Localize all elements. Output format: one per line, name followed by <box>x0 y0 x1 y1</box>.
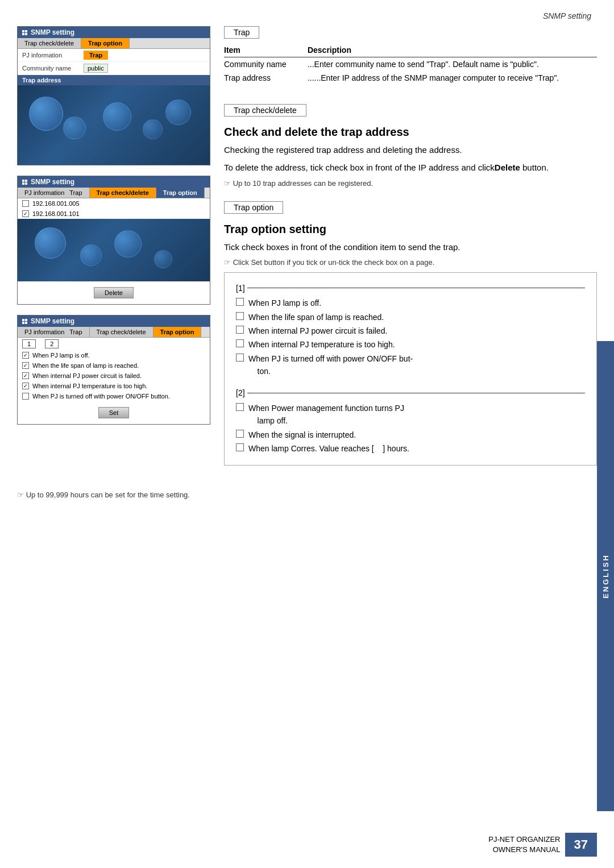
option-chk-4[interactable] <box>236 339 244 347</box>
snmp-panel-1-title: SNMP setting <box>31 28 74 36</box>
table-row-trapaddr: Trap address ......Enter IP address of t… <box>224 71 597 85</box>
option-chk-7[interactable] <box>236 430 244 438</box>
ip2-checkbox[interactable] <box>22 210 29 217</box>
section-option-title: Trap option setting <box>224 223 597 236</box>
cb1-check[interactable] <box>22 352 29 359</box>
trap-info-table: Item Description Community name ...Enter… <box>224 44 597 85</box>
set-button[interactable]: Set <box>98 407 130 418</box>
cb3-row: When internal PJ power circuit is failed… <box>18 371 210 381</box>
snmp-visual-1 <box>18 85 210 165</box>
body2-text: To delete the address, tick check box in… <box>224 163 495 172</box>
option-label-5: When PJ is turned off with power ON/OFF … <box>248 352 413 378</box>
option-label-3: When internal PJ power circuit is failed… <box>248 325 387 337</box>
group2-label: [2] <box>236 387 245 399</box>
left-column: SNMP setting Trap check/delete Trap opti… <box>17 26 210 479</box>
tab-trap-check-delete-1[interactable]: Trap check/delete <box>18 38 81 48</box>
page: SNMP setting SNMP setting Trap check/del… <box>0 0 614 868</box>
snmp-visual-2 <box>18 219 210 281</box>
lang-tab-wrapper: ENGLISH <box>597 341 614 811</box>
section-check-body1: Checking the registered trap address and… <box>224 143 597 156</box>
lang-tab-text: ENGLISH <box>601 554 610 599</box>
tab-trap-option-3[interactable]: Trap option <box>154 327 202 337</box>
group2: [2] When Power management function turns… <box>236 387 585 455</box>
num-1: 1 <box>22 339 36 348</box>
table-row-community: Community name ...Enter community name t… <box>224 57 597 72</box>
cb5-check[interactable] <box>22 393 29 400</box>
page-header-text: SNMP setting <box>543 11 591 20</box>
section-check-delete: Trap check/delete Check and delete the t… <box>224 104 597 188</box>
grid-icon-3 <box>22 319 27 324</box>
snmp-row-pj-info: PJ information Trap <box>18 49 210 62</box>
community-desc: ...Enter community name to send "Trap". … <box>308 57 597 72</box>
section-option-label: Trap option <box>224 201 283 214</box>
option-label-6: When Power management function turns PJ … <box>248 402 404 427</box>
community-label: Community name <box>22 65 79 72</box>
group1: [1] When PJ lamp is off. When the life s… <box>236 282 585 378</box>
cb1-row: When PJ lamp is off. <box>18 350 210 360</box>
group1-header: [1] <box>236 282 585 294</box>
col-description: Description <box>308 44 597 57</box>
option-item-4: When internal PJ temperature is too high… <box>236 338 585 351</box>
tab-pj-info-2-label: PJ information <box>24 189 64 196</box>
ip1-row: 192.168.001.005 <box>18 198 210 209</box>
cb2-check[interactable] <box>22 362 29 369</box>
section-check-label: Trap check/delete <box>224 104 306 117</box>
cb5-row: When PJ is turned off with power ON/OFF … <box>18 391 210 401</box>
cb1-label: When PJ lamp is off. <box>32 352 90 359</box>
option-item-6: When Power management function turns PJ … <box>236 402 585 427</box>
section-option-note: Click Set button if you tick or un-tick … <box>224 258 597 267</box>
ip2-value: 192.168.001.101 <box>32 210 80 217</box>
col-item: Item <box>224 44 308 57</box>
option-item-8: When lamp Corres. Value reaches [ ] hour… <box>236 442 585 455</box>
option-chk-8[interactable] <box>236 443 244 451</box>
option-chk-5[interactable] <box>236 354 244 362</box>
footer-line2: OWNER'S MANUAL <box>488 845 560 855</box>
snmp-panel-1-header: SNMP setting <box>18 27 210 38</box>
option-label-8: When lamp Corres. Value reaches [ ] hour… <box>248 442 409 455</box>
snmp-panel-2-tabs: PJ information Trap Trap check/delete Tr… <box>18 188 210 198</box>
footer-text: PJ-NET ORGANIZER OWNER'S MANUAL <box>488 834 560 855</box>
pj-info-value: Trap <box>84 51 108 60</box>
cb3-label: When internal PJ power circuit is failed… <box>32 372 142 379</box>
snmp-panel-2: SNMP setting PJ information Trap Trap ch… <box>17 176 210 305</box>
section-check-body2: To delete the address, tick check box in… <box>224 161 597 174</box>
page-footer: PJ-NET ORGANIZER OWNER'S MANUAL 37 <box>488 833 597 857</box>
option-item-1: When PJ lamp is off. <box>236 297 585 309</box>
section-option-body1: Tick check boxes in front of the conditi… <box>224 240 597 254</box>
tab-trap-check-3[interactable]: Trap check/delete <box>90 327 154 337</box>
check-delete-note: Up to 10 trap addresses can be registere… <box>224 179 597 188</box>
right-column: Trap Item Description Community name ...… <box>224 26 597 479</box>
option-chk-2[interactable] <box>236 312 244 320</box>
cb5-label: When PJ is turned off with power ON/OFF … <box>32 393 170 400</box>
grid-icon-2 <box>22 180 27 185</box>
trapaddr-item: Trap address <box>224 71 308 85</box>
bottom-note: Up to 99,999 hours can be set for the ti… <box>17 491 597 499</box>
tab-pj-info-2[interactable]: PJ information Trap <box>18 188 90 198</box>
cb2-row: When the life span of lamp is reached. <box>18 360 210 371</box>
option-item-2: When the life span of lamp is reached. <box>236 311 585 323</box>
tab-trap-option-1[interactable]: Trap option <box>81 38 130 48</box>
option-item-7: When the signal is interrupted. <box>236 429 585 441</box>
tab-trap-check-2[interactable]: Trap check/delete <box>90 188 156 198</box>
num-2: 2 <box>45 339 59 348</box>
ip1-checkbox[interactable] <box>22 200 29 207</box>
tab-pj-info-3[interactable]: PJ information Trap <box>18 327 90 337</box>
community-item: Community name <box>224 57 308 72</box>
option-chk-1[interactable] <box>236 298 244 306</box>
snmp-panel-3: SNMP setting PJ information Trap Trap ch… <box>17 315 210 425</box>
cb4-label: When internal PJ temperature is too high… <box>32 383 147 389</box>
option-label-1: When PJ lamp is off. <box>248 297 321 309</box>
ip2-row: 192.168.001.101 <box>18 209 210 219</box>
cb3-check[interactable] <box>22 372 29 379</box>
community-value: public <box>84 64 108 73</box>
snmp-panel-1-tabs: Trap check/delete Trap option <box>18 38 210 49</box>
cb4-row: When internal PJ temperature is too high… <box>18 381 210 391</box>
footer-line1: PJ-NET ORGANIZER <box>488 834 560 845</box>
cb4-check[interactable] <box>22 383 29 389</box>
option-chk-6[interactable] <box>236 403 244 411</box>
trap-address-row: Trap address <box>18 75 210 85</box>
option-chk-3[interactable] <box>236 326 244 334</box>
delete-button[interactable]: Delete <box>94 287 134 298</box>
section-trap: Trap Item Description Community name ...… <box>224 26 597 90</box>
tab-trap-option-2[interactable]: Trap option <box>156 188 205 198</box>
